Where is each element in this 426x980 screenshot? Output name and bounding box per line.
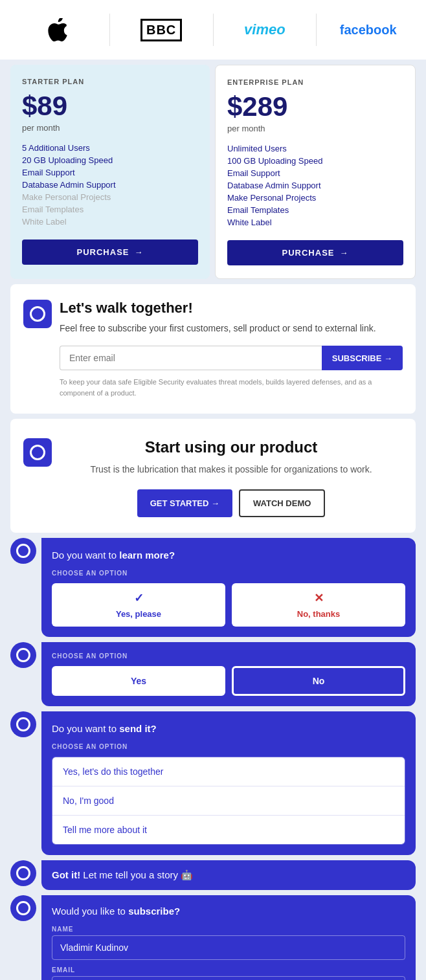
- feature-item: White Label: [227, 217, 403, 227]
- start-section: Start using our product Trust is the lub…: [10, 419, 416, 533]
- no-thanks-button[interactable]: ✕ No, thanks: [232, 583, 405, 627]
- enterprise-purchase-button[interactable]: PURCHASE →: [227, 240, 403, 265]
- start-inner: Start using our product Trust is the lub…: [23, 438, 403, 517]
- email-field-label: EMAIL: [52, 966, 405, 974]
- walk-title: Let's walk together!: [60, 300, 403, 317]
- subscribe-chat-row: Would you like to subscribe? NAME EMAIL …: [10, 895, 416, 980]
- enterprise-features: Unlimited Users 100 GB Uploading Speed E…: [227, 144, 403, 227]
- send-it-choose-label: CHOOSE AN OPTION: [52, 743, 405, 750]
- logos-section: BBC vimeo facebook: [0, 0, 426, 60]
- start-desc: Trust is the lubrication that makes it p…: [60, 463, 403, 476]
- feature-item: 20 GB Uploading Speed: [22, 155, 198, 165]
- send-it-options: Yes, let's do this together No, I'm good…: [52, 757, 405, 845]
- name-field[interactable]: [52, 935, 405, 960]
- feature-item: Make Personal Projects: [227, 193, 403, 203]
- walk-icon-ring: [30, 306, 45, 322]
- chat-avatar-2: [10, 642, 36, 668]
- feature-item: Email Support: [22, 168, 198, 177]
- starter-purchase-button[interactable]: PURCHASE →: [22, 239, 198, 265]
- name-field-label: NAME: [52, 926, 405, 933]
- subscribe-email-field[interactable]: [52, 976, 405, 980]
- feature-item: Unlimited Users: [227, 144, 403, 153]
- subscribe-question: Would you like to subscribe?: [52, 906, 405, 917]
- enterprise-plan-card: ENTERPRISE PLAN $289 per month Unlimited…: [215, 65, 416, 279]
- check-icon: ✓: [134, 591, 144, 605]
- facebook-logo: facebook: [317, 16, 420, 44]
- yes-no-options: Yes No: [52, 666, 405, 696]
- walk-content: Let's walk together! Feel free to subscr…: [60, 300, 403, 398]
- enterprise-plan-price: $289: [227, 91, 403, 122]
- chat-avatar-3: [10, 711, 36, 737]
- chat-avatar-4: [10, 860, 36, 886]
- security-note: To keep your data safe Eligible Security…: [60, 377, 403, 398]
- email-input[interactable]: [60, 346, 322, 370]
- avatar-ring-2: [16, 648, 30, 662]
- walk-subscribe-button[interactable]: SUBSCRIBE →: [322, 346, 403, 370]
- start-title: Start using our product: [60, 438, 403, 456]
- yes-please-button[interactable]: ✓ Yes, please: [52, 583, 225, 627]
- feature-item: Email Support: [227, 168, 403, 178]
- enterprise-per-month: per month: [227, 124, 403, 133]
- feature-item: 100 GB Uploading Speed: [227, 156, 403, 166]
- chat-avatar-1: [10, 538, 36, 564]
- got-it-chat-row: Got it! Let me tell you a story 🤖: [10, 860, 416, 890]
- got-it-bubble: Got it! Let me tell you a story 🤖: [41, 860, 416, 890]
- avatar-ring-4: [16, 866, 30, 880]
- learn-more-choose-label: CHOOSE AN OPTION: [52, 570, 405, 577]
- start-content: Start using our product Trust is the lub…: [60, 438, 403, 517]
- learn-more-question: Do you want to learn more?: [52, 548, 405, 562]
- starter-per-month: per month: [22, 123, 198, 133]
- send-option-1[interactable]: Yes, let's do this together: [52, 757, 405, 786]
- enterprise-plan-label: ENTERPRISE PLAN: [227, 78, 403, 86]
- apple-logo: [6, 12, 109, 48]
- starter-plan-card: STARTER PLAN $89 per month 5 Additional …: [10, 65, 210, 279]
- learn-more-bubble: Do you want to learn more? CHOOSE AN OPT…: [41, 538, 416, 637]
- feature-item: Email Templates: [227, 205, 403, 215]
- avatar-ring-3: [16, 717, 30, 731]
- vimeo-logo: vimeo: [214, 15, 317, 45]
- email-row: SUBSCRIBE →: [60, 346, 403, 370]
- yes-no-chat-row: CHOOSE AN OPTION Yes No: [10, 642, 416, 706]
- feature-item: White Label: [22, 217, 198, 227]
- yes-no-bubble: CHOOSE AN OPTION Yes No: [41, 642, 416, 706]
- feature-item: Database Admin Support: [227, 181, 403, 190]
- cross-icon: ✕: [314, 591, 324, 605]
- start-section-icon: [23, 438, 52, 467]
- avatar-ring-1: [16, 544, 30, 558]
- send-option-3[interactable]: Tell me more about it: [52, 816, 405, 844]
- get-started-button[interactable]: GET STARTED →: [137, 489, 232, 517]
- start-buttons: GET STARTED → WATCH DEMO: [60, 489, 403, 517]
- walk-section-icon: [23, 300, 52, 328]
- feature-item: 5 Additional Users: [22, 143, 198, 153]
- chat-avatar-5: [10, 895, 36, 921]
- bbc-logo: BBC: [110, 12, 213, 48]
- starter-features: 5 Additional Users 20 GB Uploading Speed…: [22, 143, 198, 227]
- send-it-bubble: Do you want to send it? CHOOSE AN OPTION…: [41, 711, 416, 855]
- starter-plan-price: $89: [22, 91, 198, 122]
- learn-more-chat-row: Do you want to learn more? CHOOSE AN OPT…: [10, 538, 416, 637]
- feature-item: Email Templates: [22, 205, 198, 214]
- pricing-section: STARTER PLAN $89 per month 5 Additional …: [10, 65, 416, 279]
- learn-more-options: ✓ Yes, please ✕ No, thanks: [52, 583, 405, 627]
- no-button[interactable]: No: [232, 666, 405, 696]
- send-it-chat-row: Do you want to send it? CHOOSE AN OPTION…: [10, 711, 416, 855]
- start-icon-ring: [30, 445, 45, 460]
- watch-demo-button[interactable]: WATCH DEMO: [239, 489, 325, 517]
- walk-desc: Feel free to subscribe your first custom…: [60, 322, 403, 335]
- avatar-ring-5: [16, 901, 30, 915]
- feature-item: Database Admin Support: [22, 180, 198, 190]
- walk-section: Let's walk together! Feel free to subscr…: [10, 284, 416, 414]
- send-option-2[interactable]: No, I'm good: [52, 786, 405, 816]
- yes-button[interactable]: Yes: [52, 666, 225, 696]
- feature-item: Make Personal Projects: [22, 192, 198, 202]
- starter-plan-label: STARTER PLAN: [22, 78, 198, 85]
- subscribe-bubble: Would you like to subscribe? NAME EMAIL …: [41, 895, 416, 980]
- send-it-question: Do you want to send it?: [52, 722, 405, 735]
- yes-no-choose-label: CHOOSE AN OPTION: [52, 652, 405, 660]
